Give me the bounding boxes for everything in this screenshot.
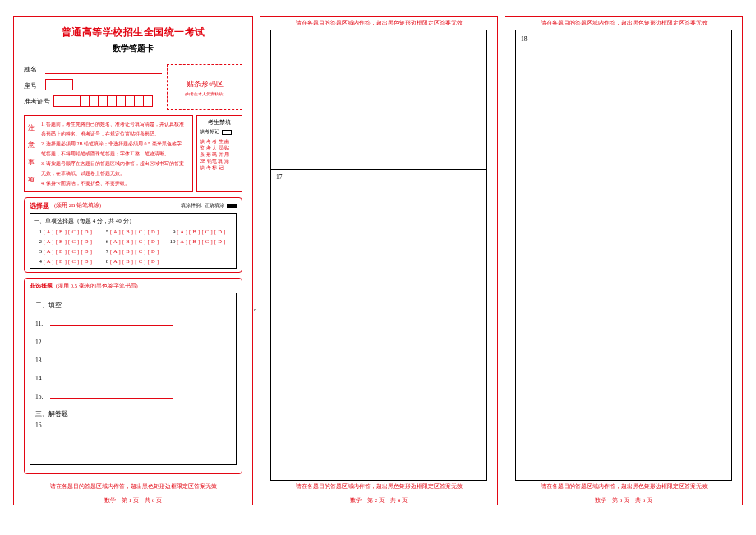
page3-body: 18. — [515, 30, 732, 481]
blank-12[interactable] — [50, 336, 173, 344]
name-line[interactable] — [45, 64, 162, 74]
warn-bottom-p1: 请在各题目的答题区域内作答，超出黑色矩形边框限定区答案无效 — [14, 481, 252, 493]
opts-1[interactable]: [ A ] [ B ] [ C ] [ D ] — [44, 228, 92, 234]
warn-bottom-p3: 请在各题目的答题区域内作答，超出黑色矩形边框限定区答案无效 — [505, 481, 742, 493]
choice-sub: (须用 2B 铅笔填涂) — [54, 202, 101, 210]
blank-11[interactable] — [50, 318, 173, 326]
page1-header: 普通高等学校招生全国统一考试 数学答题卡 — [14, 17, 252, 59]
opts-4[interactable]: [ A ] [ B ] [ C ] [ D ] — [44, 258, 92, 264]
seat-box[interactable] — [45, 79, 73, 90]
nonchoice-section: 非选择题 (须用 0.5 毫米的黑色签字笔书写) 二、填空 11. 12. 13… — [24, 278, 242, 474]
footer-p1: 数学 第 1 页 共 6 页 — [14, 493, 252, 505]
warn-bottom-p2: 请在各题目的答题区域内作答，超出黑色矩形边框限定区答案无效 — [260, 481, 497, 493]
exam-title: 普通高等学校招生全国统一考试 — [14, 25, 252, 39]
q16-label: 16. — [35, 422, 231, 429]
choice-body: 一、单项选择题（每题 4 分，共 40 分） 1 [ A ] [ B ] [ C… — [30, 213, 237, 269]
barcode-title: 贴条形码区 — [187, 79, 224, 90]
choice-heading: 一、单项选择题（每题 4 分，共 40 分） — [34, 217, 233, 225]
nonchoice-body: 二、填空 11. 12. 13. 14. 15. 三、解答题 16. — [30, 293, 237, 465]
forbid-title: 考生禁填 — [200, 118, 239, 127]
warn-top-p2: 请在各题目的答题区域内作答，超出黑色矩形边框限定区答案无效 — [260, 17, 497, 30]
student-info: 姓名 座号 准考证号 贴条形码区 (由考生本人负责粘贴) — [14, 64, 252, 110]
crop-mark — [254, 309, 256, 311]
opts-5[interactable]: [ A ] [ B ] [ C ] [ D ] — [110, 228, 159, 234]
opts-8[interactable]: [ A ] [ B ] [ C ] [ D ] — [110, 258, 159, 264]
blank-14[interactable] — [50, 372, 173, 380]
opts-2[interactable]: [ A ] [ B ] [ C ] [ D ] — [44, 238, 92, 244]
answer-area-16[interactable] — [35, 429, 231, 459]
seat-field: 座号 — [24, 79, 162, 90]
q18-label: 18. — [521, 35, 726, 43]
notice-row: 注意事项 1. 答题前，考生先将自己的姓名、准考证号填写清楚，并认真核准 条形码… — [24, 115, 242, 192]
answer-sheet: 普通高等学校招生全国统一考试 数学答题卡 姓名 座号 准考证号 — [0, 0, 756, 512]
answer-area-18[interactable] — [521, 43, 726, 478]
ticket-field: 准考证号 — [24, 95, 162, 107]
seat-label: 座号 — [24, 81, 42, 90]
fill-demo-block — [227, 204, 237, 208]
warn-top-p3: 请在各题目的答题区域内作答，超出黑色矩形边框限定区答案无效 — [505, 17, 742, 30]
divider-p2 — [271, 169, 486, 170]
opts-10[interactable]: [ A ] [ B ] [ C ] [ D ] — [177, 238, 225, 244]
answer-area-17[interactable] — [276, 181, 482, 478]
answer-area-16-cont[interactable] — [276, 35, 482, 169]
blank-13[interactable] — [50, 354, 173, 362]
notice-box: 注意事项 1. 答题前，考生先将自己的姓名、准考证号填写清楚，并认真核准 条形码… — [24, 115, 193, 192]
opts-6[interactable]: [ A ] [ B ] [ C ] [ D ] — [110, 238, 159, 244]
nonchoice-sub: (须用 0.5 毫米的黑色签字笔书写) — [56, 283, 138, 290]
essay-heading: 三、解答题 — [35, 410, 231, 418]
fill-demo: 填涂样例: 正确填涂 — [181, 202, 237, 210]
opts-7[interactable]: [ A ] [ B ] [ C ] [ D ] — [110, 248, 159, 254]
ticket-boxes[interactable] — [53, 95, 153, 107]
fill-heading: 二、填空 — [35, 302, 231, 310]
q17-label: 17. — [276, 173, 482, 181]
name-field: 姓名 — [24, 64, 162, 74]
ticket-label: 准考证号 — [24, 97, 50, 106]
name-label: 姓名 — [24, 65, 42, 74]
footer-p3: 数学 第 3 页 共 6 页 — [505, 493, 742, 505]
page-1: 普通高等学校招生全国统一考试 数学答题卡 姓名 座号 准考证号 — [13, 16, 253, 505]
barcode-area: 贴条形码区 (由考生本人负责粘贴) — [167, 64, 242, 110]
page-2: 请在各题目的答题区域内作答，超出黑色矩形边框限定区答案无效 17. 请在各题目的… — [260, 16, 498, 505]
opts-3[interactable]: [ A ] [ B ] [ C ] [ D ] — [44, 248, 92, 254]
notice-body: 1. 答题前，考生先将自己的姓名、准考证号填写清楚，并认真核准 条形码上的姓名、… — [38, 119, 189, 188]
choice-section: 选择题 (须用 2B 铅笔填涂) 填涂样例: 正确填涂 一、单项选择题（每题 4… — [24, 197, 242, 273]
card-subtitle: 数学答题卡 — [14, 43, 252, 54]
footer-p2: 数学 第 2 页 共 6 页 — [260, 493, 497, 505]
page2-body: 17. — [270, 30, 487, 481]
barcode-sub: (由考生本人负责粘贴) — [185, 91, 224, 96]
absent-label: 缺考标记 — [200, 128, 219, 136]
forbid-box: 考生禁填 缺考标记 缺 考 考 生 由 监 考 人 员 贴 条 形 码 并 用 … — [196, 115, 242, 192]
page-3: 请在各题目的答题区域内作答，超出黑色矩形边框限定区答案无效 18. 请在各题目的… — [505, 16, 743, 505]
forbid-note: 缺 考 考 生 由 监 考 人 员 贴 条 形 码 并 用 2B 铅笔 填 涂 … — [200, 138, 239, 171]
notice-side-label: 注意事项 — [28, 119, 38, 188]
nonchoice-title: 非选择题 — [30, 282, 53, 290]
choice-title: 选择题 — [30, 201, 49, 210]
opts-9[interactable]: [ A ] [ B ] [ C ] [ D ] — [177, 228, 225, 234]
absent-mark-box[interactable] — [222, 130, 232, 135]
blank-15[interactable] — [50, 390, 173, 399]
